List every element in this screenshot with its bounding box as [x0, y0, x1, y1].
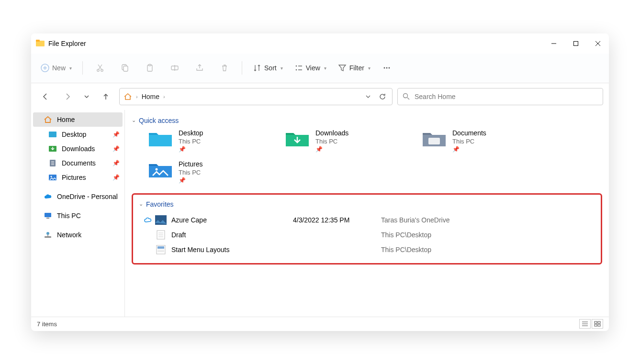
view-label: View — [306, 64, 320, 72]
sidebar-item-pictures[interactable]: Pictures 📌 — [31, 170, 124, 185]
svg-rect-3 — [574, 41, 578, 45]
more-button[interactable] — [377, 58, 396, 77]
documents-folder-icon — [422, 129, 447, 148]
recent-button[interactable] — [81, 88, 92, 105]
copy-button[interactable] — [113, 58, 136, 77]
favorite-item[interactable]: Azure Cape 4/3/2022 12:35 PM Taras Buria… — [143, 213, 597, 228]
favorites-header[interactable]: ⌄ Favorites — [137, 199, 597, 213]
search-icon — [403, 93, 410, 100]
sidebar-item-label: Network — [57, 231, 81, 239]
item-name: Downloads — [315, 129, 348, 137]
thumbnails-view-button[interactable] — [592, 319, 603, 329]
back-button[interactable] — [37, 88, 54, 105]
filter-label: Filter — [349, 64, 364, 72]
pin-icon: 📌 — [112, 174, 120, 181]
maximize-button[interactable] — [565, 33, 587, 54]
details-view-button[interactable] — [579, 319, 591, 329]
view-button[interactable]: View ▾ — [290, 61, 331, 75]
svg-rect-60 — [598, 321, 600, 323]
new-button[interactable]: New ▾ — [36, 61, 77, 75]
filter-button[interactable]: Filter ▾ — [333, 61, 375, 75]
network-icon — [44, 231, 52, 239]
quick-access-item[interactable]: Documents This PC 📌 — [422, 129, 544, 153]
sidebar-item-onedrive-personal[interactable]: OneDrive - Personal — [31, 189, 124, 204]
rename-button[interactable] — [163, 58, 186, 77]
sort-button[interactable]: Sort ▾ — [248, 61, 288, 75]
body: Home Desktop 📌 Downloads 📌 Documents 📌 P… — [31, 110, 609, 317]
file-location: This PC\Desktop — [381, 231, 431, 239]
file-explorer-window: File Explorer New ▾ Sort ▾ View ▾ — [31, 33, 609, 331]
thispc-icon — [44, 211, 52, 220]
item-location: This PC — [452, 138, 486, 145]
delete-button[interactable] — [213, 58, 236, 77]
chevron-down-icon: ▾ — [281, 66, 283, 71]
navigation-row: › Home › — [31, 83, 609, 110]
svg-point-26 — [404, 94, 408, 98]
svg-point-25 — [389, 67, 390, 69]
sidebar-item-home[interactable]: Home — [33, 112, 123, 127]
favorite-item[interactable]: Start Menu Layouts This PC\Desktop — [143, 243, 597, 257]
quick-access-item[interactable]: Desktop This PC 📌 — [148, 129, 270, 153]
window-title: File Explorer — [48, 40, 86, 47]
pin-icon: 📌 — [179, 146, 203, 153]
file-icon — [155, 230, 167, 240]
svg-point-20 — [295, 69, 297, 71]
sidebar-item-network[interactable]: Network — [31, 228, 124, 242]
sidebar-item-downloads[interactable]: Downloads 📌 — [31, 142, 124, 156]
cloud-icon — [143, 217, 153, 223]
file-name: Azure Cape — [171, 216, 293, 224]
pictures-icon — [48, 173, 57, 182]
svg-point-46 — [156, 168, 158, 170]
svg-rect-59 — [595, 321, 597, 323]
pin-icon: 📌 — [315, 146, 348, 153]
cut-button[interactable] — [89, 58, 112, 77]
item-name: Pictures — [179, 160, 203, 168]
search-bar[interactable] — [397, 88, 603, 105]
file-date: 4/3/2022 12:35 PM — [293, 216, 381, 224]
favorite-item[interactable]: Draft This PC\Desktop — [143, 228, 597, 243]
favorites-list: Azure Cape 4/3/2022 12:35 PM Taras Buria… — [137, 213, 597, 257]
sidebar-item-this-pc[interactable]: This PC — [31, 209, 124, 223]
downloads-icon — [48, 144, 57, 153]
minimize-button[interactable] — [543, 33, 565, 54]
pin-icon: 📌 — [179, 177, 203, 184]
quick-access-item[interactable]: Downloads This PC 📌 — [285, 129, 407, 153]
address-bar[interactable]: › Home › — [119, 88, 393, 105]
svg-rect-39 — [45, 236, 51, 238]
quick-access-header[interactable]: ⌄ Quick access — [132, 115, 602, 129]
forward-button[interactable] — [59, 88, 76, 105]
share-button[interactable] — [188, 58, 211, 77]
desktop-icon — [48, 130, 57, 139]
svg-line-11 — [99, 65, 102, 69]
app-icon — [36, 39, 45, 48]
chevron-right-icon: › — [136, 94, 138, 99]
svg-point-23 — [384, 67, 385, 69]
chevron-down-icon: ⌄ — [139, 201, 143, 207]
address-dropdown[interactable] — [363, 92, 373, 101]
search-input[interactable] — [415, 93, 598, 100]
up-button[interactable] — [97, 88, 114, 105]
refresh-button[interactable] — [377, 91, 388, 102]
sidebar-item-documents[interactable]: Documents 📌 — [31, 156, 124, 170]
item-name: Desktop — [179, 129, 203, 137]
sidebar-item-label: Documents — [62, 159, 96, 167]
breadcrumb-home[interactable]: Home — [142, 93, 159, 100]
sidebar-item-desktop[interactable]: Desktop 📌 — [31, 127, 124, 142]
svg-line-12 — [98, 65, 101, 69]
quick-access-item[interactable]: Pictures This PC 📌 — [148, 160, 270, 184]
paste-button[interactable] — [138, 58, 161, 77]
sidebar-item-label: OneDrive - Personal — [57, 193, 118, 200]
pin-icon: 📌 — [112, 160, 120, 166]
file-icon — [155, 245, 167, 254]
downloads-folder-icon — [285, 129, 310, 148]
svg-point-10 — [101, 69, 103, 71]
svg-point-35 — [51, 176, 52, 177]
onedrive-icon — [44, 192, 52, 201]
item-location: This PC — [179, 169, 203, 176]
favorites-highlight: ⌄ Favorites Azure Cape 4/3/2022 12:35 PM… — [132, 193, 602, 265]
item-location: This PC — [179, 138, 203, 145]
chevron-down-icon: ▾ — [368, 66, 371, 71]
close-button[interactable] — [587, 33, 609, 54]
pin-icon: 📌 — [112, 131, 120, 138]
file-name: Start Menu Layouts — [171, 246, 293, 254]
